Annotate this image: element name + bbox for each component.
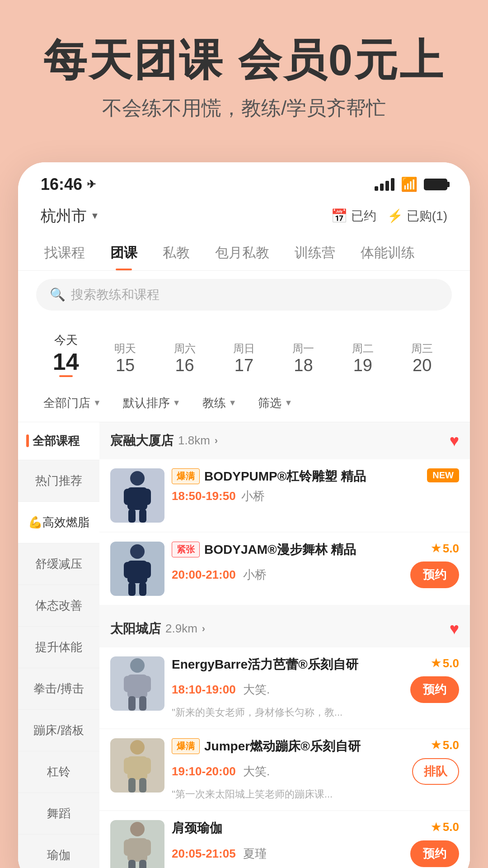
store-1-info[interactable]: 宸融大厦店 1.8km ›	[110, 432, 218, 449]
svg-rect-15	[143, 676, 151, 692]
person-svg-5	[110, 820, 164, 868]
course-3-rating: ★ 5.0	[431, 656, 459, 670]
course-4-desc: "第一次来太阳城上笑老师的蹦床课...	[172, 788, 459, 801]
course-4-bottom: 19:10-20:00 大笑. 排队	[172, 758, 459, 785]
filter-sort[interactable]: 默认排序 ▼	[116, 392, 188, 415]
date-2[interactable]: 周六 16	[155, 337, 214, 380]
search-placeholder: 搜索教练和课程	[71, 286, 160, 303]
booked-btn[interactable]: 📅 已约	[331, 208, 376, 225]
orange-bar-icon	[26, 434, 29, 447]
sidebar-item-trampoline[interactable]: 蹦床/踏板	[18, 710, 99, 751]
search-bar: 🔍 搜索教练和课程	[18, 271, 470, 319]
hero-section: 每天团课 会员0元上 不会练不用慌，教练/学员齐帮忙	[0, 0, 488, 149]
sidebar-item-barbell[interactable]: 杠铃	[18, 751, 99, 793]
course-5-trainer: 夏瑾	[243, 847, 267, 860]
svg-rect-10	[128, 582, 136, 596]
store-2-info[interactable]: 太阳城店 2.9km ›	[110, 620, 205, 637]
sidebar-item-fatburn[interactable]: 💪高效燃脂	[18, 502, 99, 543]
svg-rect-9	[143, 562, 151, 578]
date-5[interactable]: 周二 19	[333, 337, 392, 380]
svg-rect-8	[124, 562, 132, 578]
course-3-title-row: EnergyBarre活力芭蕾®乐刻自研 ★ 5.0	[172, 656, 459, 673]
store-2-favorite-btn[interactable]: ♥	[450, 619, 459, 638]
sidebar-item-fitness[interactable]: 提升体能	[18, 627, 99, 668]
course-1-time: 18:50-19:50	[172, 489, 236, 503]
date-bar: 今天 14 明天 15 周六 16 周日 17 周一 18 周二 19 周三 2…	[18, 319, 470, 384]
filter-bar: 全部门店 ▼ 默认排序 ▼ 教练 ▼ 筛选 ▼	[18, 384, 470, 422]
tab-private[interactable]: 私教	[150, 236, 202, 270]
course-thumb-5	[110, 820, 164, 868]
store-2-distance: 2.9km	[165, 622, 197, 636]
sidebar-item-hot[interactable]: 热门推荐	[18, 460, 99, 502]
course-4-queue-btn[interactable]: 排队	[412, 758, 459, 785]
date-1[interactable]: 明天 15	[95, 337, 155, 380]
filter-trainer[interactable]: 教练 ▼	[195, 392, 244, 415]
date-6[interactable]: 周三 20	[393, 337, 452, 380]
svg-rect-3	[143, 489, 151, 505]
purchased-btn[interactable]: ⚡ 已购(1)	[387, 208, 447, 225]
person-svg-3	[110, 656, 164, 711]
course-4-info: 爆满 Jumper燃动蹦床®乐刻自研 ★ 5.0 19:10-20:00 大笑.…	[172, 738, 459, 801]
status-bar: 16:46 ✈ 📶	[18, 162, 470, 198]
person-svg-1	[110, 468, 164, 523]
course-card-2: 紧张 BODYJAM®漫步舞林 精品 ★ 5.0 20:00-21:00 小桥 …	[99, 533, 470, 605]
date-3[interactable]: 周日 17	[214, 337, 273, 380]
filter-store[interactable]: 全部门店 ▼	[36, 392, 108, 415]
sidebar-item-boxing[interactable]: 拳击/搏击	[18, 668, 99, 710]
tab-camp[interactable]: 训练营	[282, 236, 348, 270]
tab-monthly[interactable]: 包月私教	[202, 236, 282, 270]
svg-rect-2	[124, 489, 132, 505]
svg-rect-29	[139, 860, 146, 868]
svg-point-6	[130, 544, 145, 559]
svg-rect-4	[128, 509, 136, 523]
course-1-new-badge: NEW	[427, 468, 459, 482]
city-name: 杭州市	[41, 206, 87, 226]
svg-rect-5	[139, 509, 146, 523]
location-icon: ✈	[87, 178, 96, 191]
svg-rect-20	[124, 758, 132, 774]
course-1-title-row: 爆满 BODYPUMP®杠铃雕塑 精品 NEW	[172, 468, 459, 485]
store-2-arrow-icon: ›	[202, 623, 205, 635]
course-1-trainer: 小桥	[241, 488, 265, 504]
filter-more[interactable]: 筛选 ▼	[251, 392, 300, 415]
tab-nav: 找课程 团课 私教 包月私教 训练营 体能训练	[18, 236, 470, 271]
city-selector[interactable]: 杭州市 ▼	[41, 206, 99, 226]
tab-fitness[interactable]: 体能训练	[348, 236, 427, 270]
filter-trainer-arrow: ▼	[229, 398, 237, 408]
svg-rect-11	[139, 582, 146, 596]
filter-sort-arrow: ▼	[173, 398, 181, 408]
svg-rect-17	[139, 696, 146, 711]
star-icon-5: ★	[431, 821, 441, 834]
tab-group[interactable]: 团课	[98, 236, 150, 270]
top-nav: 杭州市 ▼ 📅 已约 ⚡ 已购(1)	[18, 198, 470, 236]
course-4-trainer: 大笑.	[243, 764, 270, 778]
left-sidebar: 全部课程 热门推荐 💪高效燃脂 舒缓减压 体态改善 提升体能 拳击/搏击 蹦床/…	[18, 422, 99, 868]
sidebar-item-relax[interactable]: 舒缓减压	[18, 543, 99, 585]
course-1-name: BODYPUMP®杠铃雕塑 精品	[204, 468, 422, 485]
course-2-name: BODYJAM®漫步舞林 精品	[204, 542, 427, 558]
date-today[interactable]: 今天 14	[36, 328, 95, 380]
main-content: 全部课程 热门推荐 💪高效燃脂 舒缓减压 体态改善 提升体能 拳击/搏击 蹦床/…	[18, 422, 470, 868]
store-1-name: 宸融大厦店	[110, 432, 174, 449]
store-1-header: 宸融大厦店 1.8km › ♥	[99, 422, 470, 459]
phone-mockup: 16:46 ✈ 📶 杭州市 ▼ 📅 已约 ⚡ 已	[18, 162, 470, 868]
date-4[interactable]: 周一 18	[274, 337, 333, 380]
sidebar-item-dance[interactable]: 舞蹈	[18, 793, 99, 835]
sidebar-item-posture[interactable]: 体态改善	[18, 585, 99, 627]
course-4-rating: ★ 5.0	[431, 738, 459, 752]
course-5-book-btn[interactable]: 预约	[410, 840, 459, 867]
tab-find[interactable]: 找课程	[32, 236, 98, 270]
course-2-time-trainer: 20:00-21:00 小桥	[172, 567, 267, 583]
course-thumb-4	[110, 738, 164, 793]
search-input-wrap[interactable]: 🔍 搜索教练和课程	[36, 279, 452, 311]
course-5-time-trainer: 20:05-21:05 夏瑾	[172, 846, 267, 862]
course-3-name: EnergyBarre活力芭蕾®乐刻自研	[172, 656, 427, 673]
course-2-tag: 紧张	[172, 542, 200, 557]
svg-rect-16	[128, 696, 136, 711]
svg-rect-26	[124, 840, 132, 856]
signal-icon	[375, 178, 394, 191]
course-2-book-btn[interactable]: 预约	[410, 561, 459, 588]
sidebar-item-yoga[interactable]: 瑜伽	[18, 835, 99, 868]
store-1-favorite-btn[interactable]: ♥	[450, 431, 459, 450]
course-3-book-btn[interactable]: 预约	[410, 676, 459, 703]
